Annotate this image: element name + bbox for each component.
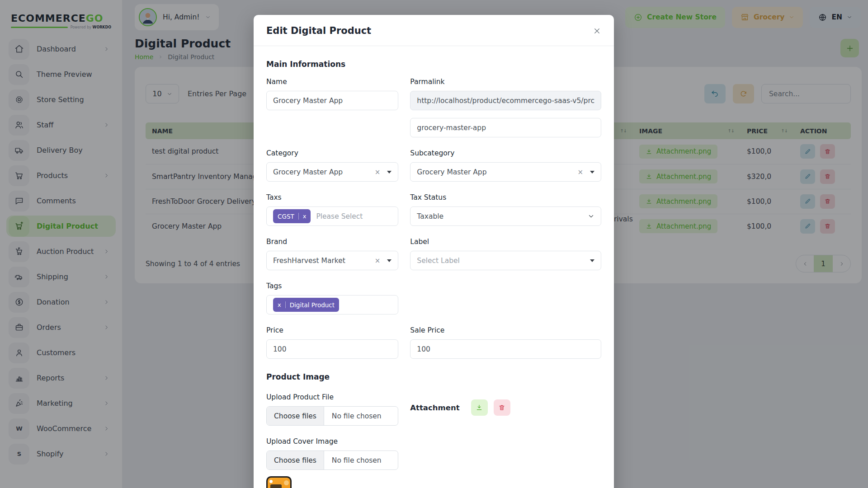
field-name: Name Grocery Master App xyxy=(266,78,398,137)
field-taxs: Taxs CGST x Please Select xyxy=(266,193,398,226)
tax-status-value: Taxable xyxy=(417,212,443,221)
file-status: No file chosen xyxy=(324,451,389,469)
file-status: No file chosen xyxy=(324,407,389,425)
caret-down-icon xyxy=(590,171,594,174)
field-permalink: Parmalink http://localhost/product/ecomm… xyxy=(410,78,601,137)
field-brand: Brand FreshHarvest Market × xyxy=(266,238,398,270)
close-button[interactable] xyxy=(593,27,601,35)
modal-title: Edit Digital Product xyxy=(266,25,371,36)
field-attachment: Attachment xyxy=(410,393,601,426)
taxs-multiselect[interactable]: CGST x Please Select xyxy=(266,206,398,226)
brand-label: Brand xyxy=(266,238,398,246)
field-category: Category Grocery Master App × xyxy=(266,149,398,182)
category-value: Grocery Master App xyxy=(273,168,343,176)
name-input[interactable]: Grocery Master App xyxy=(266,91,398,110)
field-label: Label Select Label xyxy=(410,238,601,270)
tax-status-select[interactable]: Taxable xyxy=(410,206,601,226)
subcategory-label: Subcategory xyxy=(410,149,601,157)
field-upload-cover-image: Upload Cover Image Choose files No file … xyxy=(266,437,398,488)
modal-body: Main Informations Name Grocery Master Ap… xyxy=(254,46,614,488)
permalink-label: Parmalink xyxy=(410,78,601,86)
field-tags: Tags x Digital Product xyxy=(266,282,398,314)
category-select[interactable]: Grocery Master App × xyxy=(266,162,398,182)
sale-price-input[interactable]: 100 xyxy=(410,339,601,359)
modal-header: Edit Digital Product xyxy=(254,15,614,46)
delete-attachment-button[interactable] xyxy=(494,399,510,416)
field-empty xyxy=(410,282,601,314)
tags-multiselect[interactable]: x Digital Product xyxy=(266,295,398,314)
field-price: Price 100 xyxy=(266,326,398,359)
brand-select[interactable]: FreshHarvest Market × xyxy=(266,251,398,270)
label-label: Label xyxy=(410,238,601,246)
choose-files-button[interactable]: Choose files xyxy=(267,407,324,425)
attachment-label: Attachment xyxy=(410,404,459,412)
tax-tag-cgst: CGST x xyxy=(273,209,311,223)
tax-status-label: Tax Status xyxy=(410,193,601,202)
product-file-input[interactable]: Choose files No file chosen xyxy=(266,406,398,426)
subcategory-select[interactable]: Grocery Master App × xyxy=(410,162,601,182)
choose-files-button[interactable]: Choose files xyxy=(267,451,324,469)
subcategory-value: Grocery Master App xyxy=(417,168,486,176)
chevron-down-icon xyxy=(588,213,594,220)
sale-price-label: Sale Price xyxy=(410,326,601,334)
upload-cover-image-label: Upload Cover Image xyxy=(266,437,398,446)
label-placeholder: Select Label xyxy=(417,257,460,265)
download-icon xyxy=(476,404,483,411)
caret-down-icon xyxy=(590,259,594,262)
field-empty xyxy=(410,437,601,488)
caret-down-icon xyxy=(387,171,392,174)
trash-icon xyxy=(498,404,505,411)
field-sale-price: Sale Price 100 xyxy=(410,326,601,359)
field-upload-product-file: Upload Product File Choose files No file… xyxy=(266,393,398,426)
category-label: Category xyxy=(266,149,398,157)
brand-value: FreshHarvest Market xyxy=(273,257,345,265)
clear-icon[interactable]: × xyxy=(370,257,381,265)
clear-icon[interactable]: × xyxy=(370,168,381,176)
permalink-url-input[interactable]: http://localhost/product/ecommercego-saa… xyxy=(410,91,601,110)
edit-digital-product-modal: Edit Digital Product Main Informations N… xyxy=(254,15,614,488)
remove-tag-icon[interactable]: x xyxy=(303,213,307,220)
section-product-image: Product Image xyxy=(266,372,601,381)
name-label: Name xyxy=(266,78,398,86)
field-tax-status: Tax Status Taxable xyxy=(410,193,601,226)
download-attachment-button[interactable] xyxy=(471,399,488,416)
caret-down-icon xyxy=(387,259,392,262)
tags-label: Tags xyxy=(266,282,398,290)
clear-icon[interactable]: × xyxy=(573,168,583,176)
cover-image-input[interactable]: Choose files No file chosen xyxy=(266,450,398,470)
price-label: Price xyxy=(266,326,398,334)
taxs-placeholder: Please Select xyxy=(316,212,363,221)
field-subcategory: Subcategory Grocery Master App × xyxy=(410,149,601,182)
tag-digital-product: x Digital Product xyxy=(273,298,339,312)
upload-product-file-label: Upload Product File xyxy=(266,393,398,401)
price-input[interactable]: 100 xyxy=(266,339,398,359)
close-icon xyxy=(593,27,601,35)
label-select[interactable]: Select Label xyxy=(410,251,601,270)
taxs-label: Taxs xyxy=(266,193,398,202)
section-main-informations: Main Informations xyxy=(266,60,601,69)
remove-tag-icon[interactable]: x xyxy=(278,301,281,308)
permalink-slug-input[interactable]: grocery-master-app xyxy=(410,118,601,137)
cover-image-thumbnail xyxy=(266,476,292,488)
